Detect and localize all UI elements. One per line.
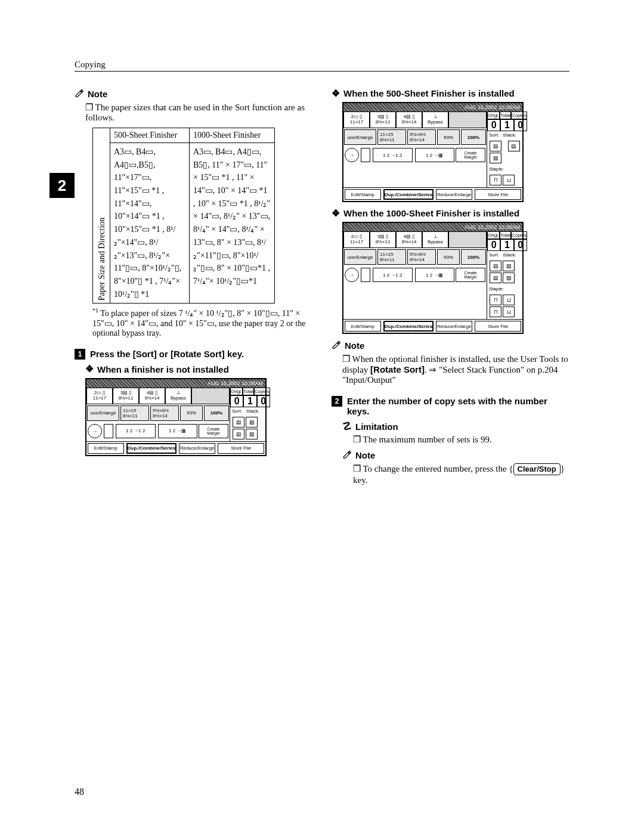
note-label: Note [88,89,107,99]
note-heading-3: Note [342,450,569,461]
note-item-clearstop: To change the entered number, press the … [353,463,569,485]
left-column: Note The paper sizes that can be used in… [75,85,312,490]
diamond-icon: ❖ [85,364,94,374]
note-list-2: When the optional finisher is installed,… [342,354,569,385]
staple-icon: ⊓ [490,295,501,305]
note-item: The paper sizes that can be used in the … [85,102,312,123]
diamond-icon: ❖ [332,89,340,98]
lcd-datetime: AUG 15,2002 10:08AM [343,103,522,112]
diamond-1000: ❖ When the 1000-Sheet Finisher is instal… [332,208,569,218]
store-file-btn: Store File [218,443,264,454]
note-item-rotate-sort: When the optional finisher is installed,… [342,354,569,385]
step-2: 2 Enter the number of copy sets with the… [332,396,569,416]
stack-icon-2: ▧ [503,272,515,283]
rotate-sort-icon: ▧ [246,417,258,428]
stack-icon-2: ▧ [246,429,258,439]
pencil-icon [332,340,341,351]
pencil-icon [342,450,352,461]
diamond-nofinisher-label: When a finisher is not installed [97,364,229,374]
table-col1-head: 500-Sheet Finisher [110,128,190,143]
diamond-icon: ❖ [332,209,340,218]
step-1: 1 Press the [Sort] or [Rotate Sort] key. [75,349,312,360]
lcd-datetime: AUG 15,2002 10:08AM [86,379,265,388]
paper-size-table: Paper Size and Direction 500-Sheet Finis… [92,128,275,304]
create-margin: CreateMargin [199,424,228,438]
stack-icon: ▤ [490,272,501,283]
lcd-no-finisher: AUG 15,2002 10:08AM 2▭ ▯11×17 3▤ ▯8½×11 … [85,378,267,456]
stack-icon: ▤ [508,141,520,151]
edit-stamp-tab: Edit/Stamp [88,443,124,454]
staple-icon: ⊓ [490,175,501,185]
diamond-nofinisher: ❖ When a finisher is not installed [85,364,312,374]
limitation-item: The maximum number of sets is 99. [353,434,569,445]
lcd-1000-finisher: AUG 15,2002 10:08AM 2▭ ▯11×17 3▤ ▯8½×11 … [342,222,524,334]
footnote-text: To place paper of sizes 7 ¹/₄" × 10 ¹/₂"… [92,309,305,337]
limitation-icon: ☡ [342,421,352,432]
table-col1-body: A3▭, B4▭, A4▯▭,B5▯, 11"×17"▭, 11"×15"▭ *… [110,143,190,304]
step-2-text: Enter the number of copy sets with the n… [347,396,569,416]
rotate-sort-label: [Rotate Sort] [370,364,425,374]
staple-icon-2: ⊔ [503,175,515,185]
stack-icon-2: ▧ [490,153,501,163]
limitation-heading: ☡ Limitation [342,421,569,432]
reduce-enlarge-btn: Reduce/Enlarge [179,443,215,454]
arrow-icon: → [345,148,359,162]
clear-stop-key: Clear/Stop [513,463,561,475]
limitation-label: Limitation [355,422,398,432]
diamond-1000-label: When the 1000-Sheet Finisher is installe… [343,208,519,218]
arrow-icon: → [345,268,359,282]
table-col2-head: 1000-Sheet Finisher [190,128,275,143]
table-row-header: Paper Size and Direction [93,128,110,304]
rotate-sort-icon: ▧ [503,261,515,271]
step-badge-2: 2 [332,396,342,407]
sort-icon: ▤ [233,417,244,428]
lcd-datetime: AUG 15,2002 10:08AM [343,223,522,231]
right-column: ❖ When the 500-Sheet Finisher is install… [332,85,569,490]
note-label: Note [355,450,375,460]
footnote: *1 To place paper of sizes 7 ¹/₄" × 10 ¹… [92,307,312,338]
sort-icon: ▤ [490,261,501,271]
step-badge-1: 1 [75,349,85,360]
step-1-text: Press the [Sort] or [Rotate Sort] key. [90,349,244,359]
diamond-500-label: When the 500-Sheet Finisher is installed [343,88,515,98]
note-heading: Note [75,88,312,100]
sort-icon: ▤ [490,141,501,151]
combine-config-1: 1 2 →1 2 [116,424,156,438]
chapter-label: Copying [75,60,106,69]
chapter-tab: 2 [49,173,75,198]
note-heading-2: Note [332,340,569,351]
page-header: Copying [75,60,569,72]
table-col2-body: A3▭, B4▭, A4▯▭, B5▯, 11" × 17"▭, 11" × 1… [190,143,275,304]
note-label: Note [345,340,364,351]
reduce-enlarge-tab: uce/Enlarge [87,405,119,421]
footnote-marker: *1 [92,307,98,314]
limitation-list: The maximum number of sets is 99. [353,434,569,445]
lcd-500-finisher: AUG 15,2002 10:08AM 2▭ ▯11×17 3▤ ▯8½×11 … [342,102,524,202]
pencil-icon [75,88,84,100]
note-list-3: To change the entered number, press the … [353,463,569,485]
arrow-icon: → [88,424,102,438]
dup-combine-tab: Dup./Combine/Series [126,443,177,454]
page-number: 48 [75,786,84,797]
diamond-500: ❖ When the 500-Sheet Finisher is install… [332,88,569,98]
combine-config-2: 1 2 →▦ [158,424,198,438]
stack-icon: ▤ [233,429,244,439]
note-list: The paper sizes that can be used in the … [85,102,312,123]
